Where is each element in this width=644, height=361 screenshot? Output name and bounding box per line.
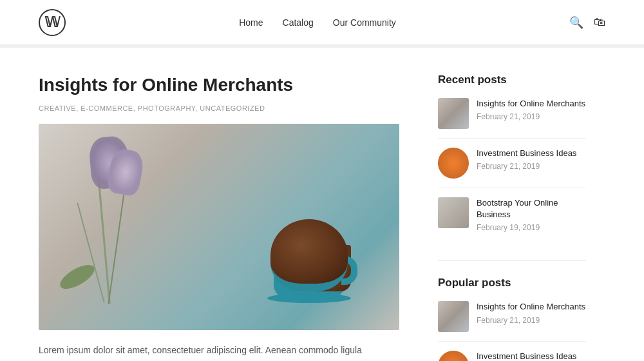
pop-thumb-1	[438, 301, 469, 332]
recent-post-1[interactable]: Insights for Online Merchants February 2…	[438, 98, 586, 139]
recent-post-3[interactable]: Bootstrap Your Online Business February …	[438, 197, 586, 241]
nav-home[interactable]: Home	[239, 17, 263, 28]
nav-catalog[interactable]: Catalog	[283, 17, 314, 28]
leaf-1	[57, 260, 98, 294]
post-date-2: February 21, 2019	[477, 162, 586, 171]
post-date-3: February 19, 2019	[477, 223, 586, 232]
main-nav: Home Catalog Our Community	[239, 17, 396, 28]
pop-thumb-orange-2	[438, 351, 469, 361]
post-title-1: Insights for Online Merchants	[477, 98, 586, 110]
post-title-3: Bootstrap Your Online Business	[477, 197, 586, 220]
header: 𝕎 Home Catalog Our Community 🔍 🛍	[0, 0, 644, 45]
cart-icon[interactable]: 🛍	[594, 15, 605, 29]
search-icon[interactable]: 🔍	[569, 15, 583, 30]
cup-saucer	[267, 293, 351, 303]
stem-2	[108, 189, 125, 304]
popular-post-1[interactable]: Insights for Online Merchants February 2…	[438, 301, 586, 342]
post-title-2: Investment Business Ideas	[477, 148, 586, 159]
post-info-1: Insights for Online Merchants February 2…	[477, 98, 586, 129]
pop-thumb-flowers-1	[438, 301, 469, 332]
recent-posts-title: Recent posts	[438, 73, 586, 86]
popular-posts-title: Popular posts	[438, 277, 586, 289]
nav-community[interactable]: Our Community	[333, 17, 396, 28]
header-actions: 🔍 🛍	[569, 15, 605, 30]
pop-thumb-2	[438, 351, 469, 361]
coffee-cup	[261, 220, 357, 298]
post-thumb-1	[438, 98, 469, 129]
pop-info-2: Investment Business Ideas February 21, 2…	[477, 351, 586, 361]
thumb-bootstrap-3	[438, 197, 469, 228]
flowers-decoration	[52, 137, 167, 304]
pop-title-1: Insights for Online Merchants	[477, 301, 586, 313]
logo-icon: 𝕎	[44, 14, 60, 31]
popular-post-2[interactable]: Investment Business Ideas February 21, 2…	[438, 351, 586, 361]
post-date-1: February 21, 2019	[477, 112, 586, 121]
site-logo[interactable]: 𝕎	[39, 9, 66, 36]
article-categories: CREATIVE, E-COMMERCE, PHOTOGRAPHY, UNCAT…	[39, 104, 399, 112]
recent-posts-section: Recent posts Insights for Online Merchan…	[438, 73, 586, 241]
pop-info-1: Insights for Online Merchants February 2…	[477, 301, 586, 332]
thumb-orange-2	[438, 148, 469, 179]
recent-post-2[interactable]: Investment Business Ideas February 21, 2…	[438, 148, 586, 188]
cup-handle	[341, 256, 357, 285]
pop-date-1: February 21, 2019	[477, 316, 586, 325]
article-body: Lorem ipsum dolor sit amet, consectetuer…	[39, 343, 399, 358]
post-info-2: Investment Business Ideas February 21, 2…	[477, 148, 586, 179]
sidebar-divider	[438, 260, 586, 261]
article-hero-image	[39, 124, 399, 330]
post-thumb-2	[438, 148, 469, 179]
main-container: Insights for Online Merchants CREATIVE, …	[0, 48, 644, 361]
article-area: Insights for Online Merchants CREATIVE, …	[39, 73, 399, 361]
post-thumb-3	[438, 197, 469, 228]
sidebar: Recent posts Insights for Online Merchan…	[438, 73, 586, 361]
pop-title-2: Investment Business Ideas	[477, 351, 586, 361]
post-info-3: Bootstrap Your Online Business February …	[477, 197, 586, 232]
thumb-flowers-1	[438, 98, 469, 129]
cup-body	[274, 240, 345, 298]
article-title: Insights for Online Merchants	[39, 73, 399, 97]
popular-posts-section: Popular posts Insights for Online Mercha…	[438, 277, 586, 361]
